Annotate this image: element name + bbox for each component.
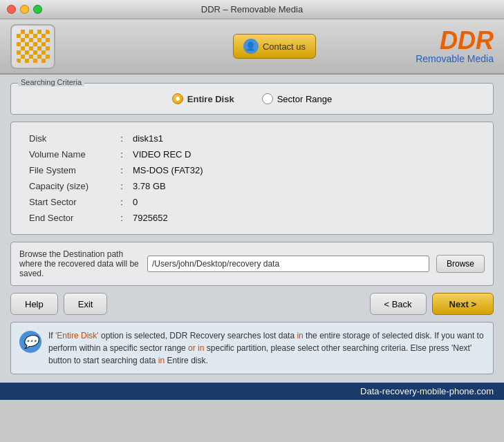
disk-label: Disk: [25, 131, 115, 146]
start-sector-value: 0: [129, 194, 479, 210]
close-button[interactable]: [7, 5, 16, 14]
highlight-text: or: [188, 343, 196, 353]
table-row: Start Sector : 0: [25, 194, 479, 210]
contact-icon: 👤: [243, 39, 259, 54]
capacity-label: Capacity (size): [25, 178, 115, 194]
radio-row: Entire Disk Sector Range: [18, 90, 486, 107]
destination-path-input[interactable]: [147, 256, 429, 272]
contact-button-label: Contact us: [263, 41, 306, 52]
volume-value: VIDEO REC D: [129, 146, 479, 162]
app-logo-box: [10, 24, 55, 69]
end-sector-label: End Sector: [25, 210, 115, 226]
back-button[interactable]: < Back: [370, 293, 427, 315]
highlight-text: in: [297, 331, 303, 340]
table-row: Volume Name : VIDEO REC D: [25, 146, 479, 162]
sector-range-label: Sector Range: [277, 94, 333, 104]
destination-row: Browse the Destination path where the re…: [10, 242, 494, 286]
button-row: Help Exit < Back Next >: [10, 293, 494, 315]
criteria-label: Searching Criteria: [18, 78, 84, 86]
info-box: 💬 If 'Entire Disk' option is selected, D…: [10, 322, 494, 374]
filesystem-label: File System: [25, 162, 115, 178]
entire-disk-option[interactable]: Entire Disk: [172, 93, 234, 104]
colon: :: [115, 178, 129, 194]
entire-disk-label: Entire Disk: [187, 94, 234, 104]
logo-checkerboard-icon: [17, 30, 50, 63]
colon: :: [115, 210, 129, 226]
footer: Data-recovery-mobile-phone.com: [0, 383, 504, 400]
highlight-text: in: [198, 343, 204, 353]
table-row: End Sector : 7925652: [25, 210, 479, 226]
header: 👤 Contact us DDR Removable Media: [0, 19, 504, 75]
maximize-button[interactable]: [33, 5, 42, 14]
exit-button[interactable]: Exit: [64, 293, 108, 315]
main-content: Searching Criteria Entire Disk Sector Ra…: [0, 75, 504, 383]
contact-us-button[interactable]: 👤 Contact us: [233, 34, 316, 59]
criteria-section: Searching Criteria Entire Disk Sector Ra…: [10, 83, 494, 115]
disk-info-panel: Disk : disk1s1 Volume Name : VIDEO REC D…: [10, 122, 494, 235]
help-button[interactable]: Help: [10, 293, 58, 315]
sector-range-radio[interactable]: [262, 93, 273, 104]
end-sector-value: 7925652: [129, 210, 479, 226]
browse-button[interactable]: Browse: [436, 255, 485, 273]
colon: :: [115, 131, 129, 146]
highlight-text: 'Entire Disk': [55, 331, 99, 340]
table-row: File System : MS-DOS (FAT32): [25, 162, 479, 178]
colon: :: [115, 146, 129, 162]
highlight-text: in: [158, 356, 165, 365]
table-row: Capacity (size) : 3.78 GB: [25, 178, 479, 194]
filesystem-value: MS-DOS (FAT32): [129, 162, 479, 178]
destination-description: Browse the Destination path where the re…: [19, 249, 140, 278]
window-controls[interactable]: [7, 5, 42, 14]
footer-text: Data-recovery-mobile-phone.com: [360, 386, 494, 396]
ddr-text: DDR: [416, 28, 494, 53]
colon: :: [115, 162, 129, 178]
entire-disk-radio[interactable]: [172, 93, 183, 104]
colon: :: [115, 194, 129, 210]
volume-label: Volume Name: [25, 146, 115, 162]
info-text: If 'Entire Disk' option is selected, DDR…: [48, 329, 485, 367]
brand-logo: DDR Removable Media: [416, 28, 494, 64]
removable-media-text: Removable Media: [416, 53, 494, 64]
start-sector-label: Start Sector: [25, 194, 115, 210]
window-title: DDR – Removable Media: [201, 4, 303, 15]
table-row: Disk : disk1s1: [25, 131, 479, 146]
sector-range-option[interactable]: Sector Range: [262, 93, 333, 104]
next-button[interactable]: Next >: [432, 293, 494, 315]
disk-info-table: Disk : disk1s1 Volume Name : VIDEO REC D…: [25, 131, 479, 226]
disk-value: disk1s1: [129, 131, 479, 146]
title-bar: DDR – Removable Media: [0, 0, 504, 19]
minimize-button[interactable]: [20, 5, 29, 14]
info-icon: 💬: [19, 331, 41, 353]
capacity-value: 3.78 GB: [129, 178, 479, 194]
